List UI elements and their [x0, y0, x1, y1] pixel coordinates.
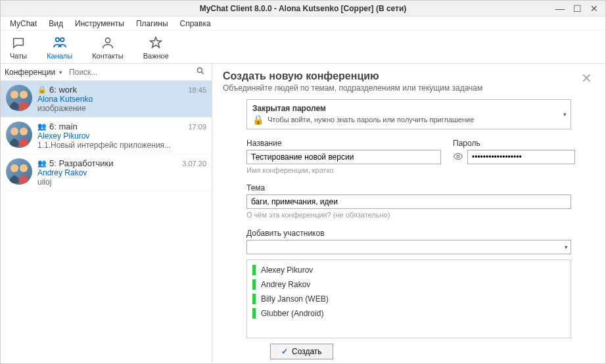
tool-important[interactable]: Важное [139, 34, 173, 61]
conference-user: Andrey Rakov [37, 168, 206, 177]
conference-time: 3.07.20 [182, 160, 206, 168]
tool-chats[interactable]: Чаты [6, 34, 31, 61]
menu-mychat[interactable]: MyChat [5, 18, 42, 30]
close-window-button[interactable]: ✕ [586, 1, 603, 16]
password-label: Пароль [453, 139, 571, 148]
topic-input[interactable] [246, 194, 571, 209]
status-online-icon [252, 294, 256, 304]
conference-time: 18:45 [188, 86, 206, 94]
conference-user: Alona Kutsenko [37, 95, 206, 104]
status-online-icon [252, 308, 256, 319]
svg-point-5 [20, 91, 28, 99]
contacts-icon [100, 35, 116, 51]
add-participants-label: Добавить участников [246, 229, 571, 238]
conference-title: 5: Разработчики [49, 158, 114, 168]
conference-message: uiioj [37, 177, 206, 187]
sidebar-head: Конференции ▾ [1, 64, 212, 81]
window-title: MyChat Client 8.0.0 - Alona Kutsenko [Co… [1, 4, 605, 13]
minimize-button[interactable]: — [551, 1, 569, 16]
tool-channels[interactable]: Каналы [43, 34, 76, 61]
chevron-down-icon[interactable]: ▾ [563, 111, 567, 118]
menu-plugins[interactable]: Плагины [131, 18, 174, 30]
topic-hint: О чём эта конференция? (не обязательно) [246, 211, 571, 219]
svg-point-9 [20, 164, 28, 172]
conference-item[interactable]: 👥 5: Разработчики 3.07.20 Andrey Rakov u… [1, 154, 212, 191]
svg-point-7 [20, 127, 28, 135]
password-input[interactable] [467, 150, 575, 164]
svg-point-8 [11, 164, 18, 172]
avatar [6, 122, 32, 148]
menu-help[interactable]: Справка [175, 18, 216, 30]
privacy-title: Закрытая паролем [252, 104, 565, 113]
svg-point-10 [457, 155, 459, 158]
menu-tools[interactable]: Инструменты [70, 18, 129, 30]
conference-title: 6: main [49, 122, 78, 131]
search-icon[interactable] [193, 66, 208, 78]
privacy-desc: Чтобы войти, нужно знать пароль или полу… [268, 116, 474, 124]
tool-contacts[interactable]: Контакты [88, 34, 128, 61]
conference-message: изображение [37, 104, 206, 113]
lock-icon: 🔒 [252, 114, 264, 125]
toolbar: Чаты Каналы Контакты Важное [1, 31, 605, 64]
conference-user: Alexey Pikurov [37, 131, 206, 141]
svg-point-1 [60, 37, 64, 41]
conference-title: 6: work [49, 85, 77, 95]
chevron-down-icon[interactable]: ▾ [59, 69, 62, 76]
participant-item[interactable]: Billy Janson (WEB) [247, 292, 571, 306]
eye-icon[interactable] [453, 151, 463, 164]
star-icon [148, 35, 164, 51]
participant-item[interactable]: Alexey Pikurov [247, 263, 571, 277]
conference-item[interactable]: 👥 6: main 17:09 Alexey Pikurov 1.1.Новый… [1, 118, 212, 154]
group-icon: 👥 [37, 122, 47, 131]
chevron-down-icon: ▾ [565, 244, 568, 250]
conference-list: 🔒 6: work 18:45 Alona Kutsenko изображен… [1, 81, 212, 364]
conference-time: 17:09 [188, 123, 206, 131]
svg-point-0 [55, 37, 59, 41]
sidebar-tab-label[interactable]: Конференции [5, 68, 55, 77]
lock-icon: 🔒 [37, 85, 47, 94]
avatar [6, 158, 32, 185]
group-icon: 👥 [37, 159, 47, 168]
svg-point-4 [11, 91, 18, 99]
panel-subtitle: Объединяйте людей по темам, подразделени… [223, 83, 578, 93]
conference-item[interactable]: 🔒 6: work 18:45 Alona Kutsenko изображен… [1, 81, 212, 118]
menu-view[interactable]: Вид [43, 18, 68, 30]
name-label: Название [246, 139, 441, 148]
panel-title: Создать новую конференцию [223, 70, 578, 82]
chat-bubble-icon [11, 35, 26, 51]
status-online-icon [252, 279, 256, 290]
status-online-icon [252, 265, 256, 275]
svg-point-2 [105, 37, 110, 42]
topic-label: Тема [246, 183, 571, 193]
svg-point-3 [197, 68, 202, 72]
conference-message: 1.1.Новый интерфейс приложения... [37, 141, 206, 150]
sidebar: Конференции ▾ 🔒 6: work 18:45 Alona Kuts… [1, 64, 212, 364]
titlebar: MyChat Client 8.0.0 - Alona Kutsenko [Co… [1, 1, 605, 16]
avatar [6, 85, 32, 111]
privacy-selector[interactable]: Закрытая паролем 🔒 Чтобы войти, нужно зн… [246, 99, 571, 129]
add-participants-dropdown[interactable]: ▾ [246, 240, 571, 254]
participant-item[interactable]: Glubber (Android) [247, 306, 571, 321]
participant-item[interactable]: Andrey Rakov [247, 277, 571, 292]
menubar: MyChat Вид Инструменты Плагины Справка [1, 16, 605, 31]
participants-list: Alexey Pikurov Andrey Rakov Billy Janson… [246, 260, 571, 338]
search-input[interactable] [66, 66, 189, 78]
maximize-button[interactable]: ☐ [569, 1, 586, 16]
create-button[interactable]: ✓ Создать [270, 344, 333, 359]
name-hint: Имя конференции, кратко [246, 166, 441, 174]
main-panel: Создать новую конференцию Объединяйте лю… [212, 64, 605, 364]
svg-point-6 [11, 127, 18, 135]
close-panel-button[interactable]: ✕ [578, 70, 595, 86]
check-icon: ✓ [281, 347, 288, 356]
channels-icon [52, 35, 68, 51]
name-input[interactable] [246, 150, 441, 164]
